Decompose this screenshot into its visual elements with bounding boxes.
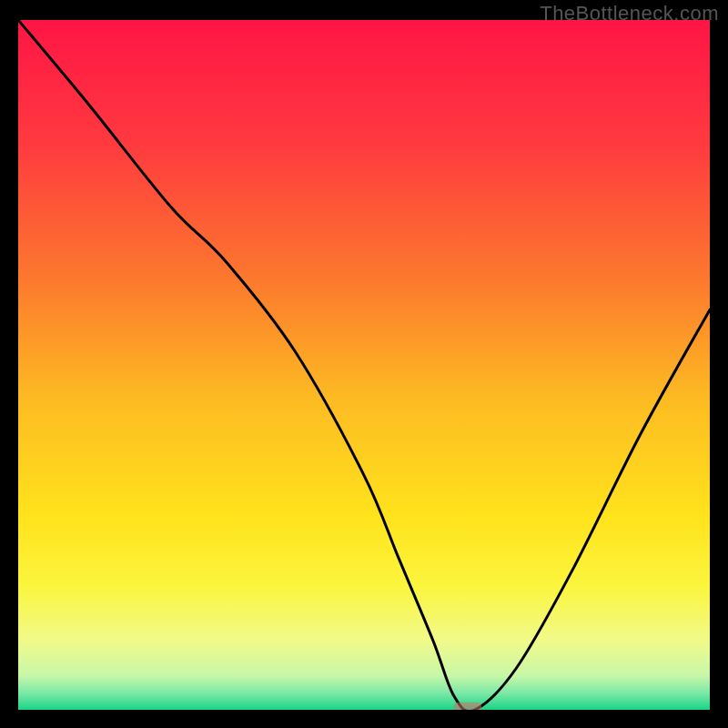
plot-area: [18, 20, 710, 710]
chart-svg: [18, 20, 710, 710]
watermark-label: TheBottleneck.com: [540, 2, 719, 25]
chart-background: [18, 20, 710, 710]
optimal-marker: [454, 703, 481, 710]
chart-frame: TheBottleneck.com: [0, 0, 728, 728]
